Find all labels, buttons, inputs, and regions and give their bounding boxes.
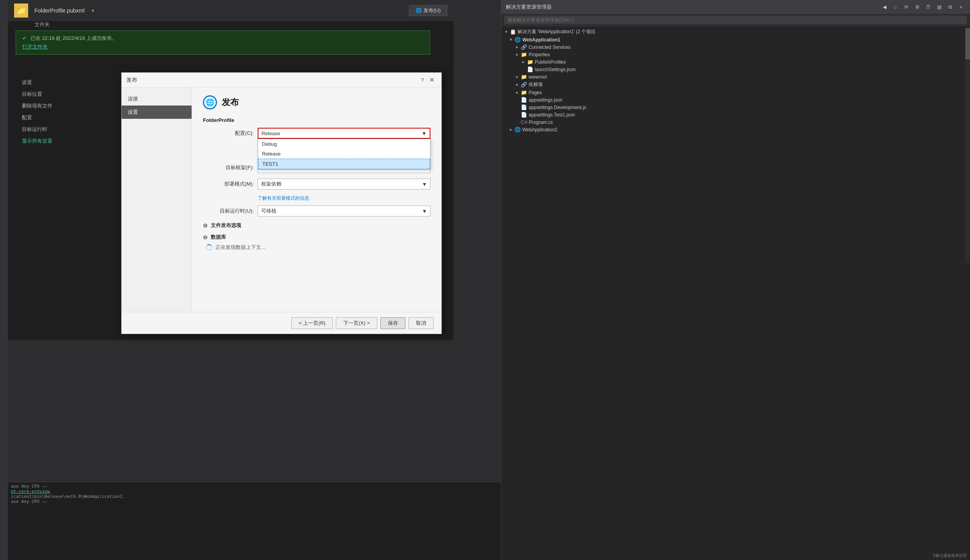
pages-label: Pages	[529, 90, 542, 95]
se-search-input[interactable]	[504, 16, 967, 24]
tree-webapp1-node[interactable]: ▼ 🌐 WebApplication1	[501, 36, 970, 43]
config-option-test1[interactable]: TEST1	[258, 159, 430, 169]
publishprofiles-icon: 📁	[527, 59, 533, 65]
se-sync-btn[interactable]: ⟳	[902, 3, 911, 11]
tree-programcs[interactable]: C# Program.cs	[501, 118, 970, 126]
target-framework-label: 目标框架(F):	[203, 164, 254, 171]
connected-services-label: Connected Services	[529, 45, 570, 50]
properties-icon: 📁	[521, 52, 527, 57]
appsettings-dev-label: appsettings.Development.js	[529, 105, 586, 110]
config-dropdown-trigger[interactable]: Release ▼	[258, 128, 430, 139]
se-split-btn[interactable]: ⧉	[946, 3, 954, 11]
config-dropdown-arrow: ▼	[421, 131, 427, 136]
dialog-footer: < 上一页(R) 下一页(X) > 保存 取消	[122, 312, 441, 334]
tree-connected-services[interactable]: ► 🔗 Connected Services	[501, 43, 970, 51]
publish-button[interactable]: 🌐 发布(U)	[409, 5, 447, 16]
connected-icon: 🔗	[521, 44, 527, 50]
properties-label: Properties	[529, 52, 550, 57]
learn-deploy-link[interactable]: 了解有关部署模式的信息	[258, 195, 430, 202]
open-folder-link[interactable]: 打开文件夹	[22, 43, 423, 50]
se-scrollbar-thumb[interactable]	[965, 28, 970, 59]
deploy-mode-arrow: ▼	[422, 181, 427, 187]
expand-arrow-pages: ►	[515, 90, 519, 95]
nav-item-target-runtime[interactable]: 目标运行时	[22, 123, 119, 135]
webapp2-icon: 🌐	[515, 127, 521, 132]
target-runtime-value: 可移植	[261, 208, 276, 215]
expand-arrow-properties: ►	[515, 52, 519, 57]
tree-wwwroot[interactable]: ► 📁 wwwroot	[501, 73, 970, 81]
tree-webapp2-node[interactable]: ► 🌐 WebApplication2	[501, 126, 970, 133]
output-line-4: ase Any CPU ——	[11, 499, 498, 504]
tree-publish-profiles[interactable]: ► 📁 PublishProfiles	[501, 58, 970, 66]
dialog-help-button[interactable]: ?	[421, 77, 424, 83]
expand-arrow-wwwroot: ►	[515, 75, 519, 79]
se-titlebar: 解决方案资源管理器 ◀ ⌂ ⟳ ⚙ ⏱ ▤ ⧉ »	[501, 0, 970, 14]
publish-toolbar: 📁 FolderProfile.pubxml ▼ 🌐 发布(U)	[8, 0, 454, 21]
tree-dependencies[interactable]: ► 🔗 依赖项	[501, 81, 970, 89]
appsettings-icon: 📄	[521, 97, 527, 103]
profile-dropdown-arrow[interactable]: ▼	[91, 9, 95, 13]
config-option-release[interactable]: Release	[258, 149, 430, 159]
bottom-output-panel: ase Any CPU —— et-core-preview ication1\…	[8, 482, 501, 560]
se-scrollbar[interactable]	[965, 28, 970, 263]
next-page-button[interactable]: 下一页(X) >	[336, 317, 377, 329]
globe-icon: 🌐	[203, 95, 217, 109]
file-publish-label: 文件发布选项	[211, 222, 241, 229]
solution-explorer: 解决方案资源管理器 ◀ ⌂ ⟳ ⚙ ⏱ ▤ ⧉ » ▼ 📋 解决方案 'WebA…	[501, 0, 970, 560]
file-publish-collapse[interactable]: ⊖ 文件发布选项	[203, 222, 430, 229]
cancel-button[interactable]: 取消	[409, 317, 434, 329]
se-extra-btn[interactable]: »	[957, 3, 965, 11]
dialog-body: 连接 设置 🌐 发布 FolderProfile 配置(C): Release …	[122, 88, 441, 312]
dialog-nav-connect[interactable]: 连接	[122, 92, 192, 106]
solution-label: 解决方案 'WebApplication1' (2 个项目	[518, 29, 595, 35]
loading-text: 正在发现数据上下文...	[215, 244, 265, 251]
file-publish-collapse-icon: ⊖	[203, 222, 208, 229]
se-layout-btn[interactable]: ▤	[935, 3, 943, 11]
deploy-mode-select[interactable]: 框架依赖 ▼	[258, 179, 430, 190]
config-option-debug[interactable]: Debug	[258, 139, 430, 149]
tree-pages[interactable]: ► 📁 Pages	[501, 89, 970, 96]
tree-appsettings-dev[interactable]: 📄 appsettings.Development.js	[501, 104, 970, 111]
expand-arrow-solution: ▼	[504, 30, 508, 34]
tree-solution-node[interactable]: ▼ 📋 解决方案 'WebApplication1' (2 个项目	[501, 28, 970, 36]
webapp1-icon: 🌐	[515, 37, 521, 43]
programcs-icon: C#	[521, 119, 527, 125]
profile-name: FolderProfile.pubxml	[34, 7, 84, 14]
se-home-btn[interactable]: ⌂	[891, 3, 900, 11]
se-settings-btn[interactable]: ⚙	[913, 3, 922, 11]
tree-launchsettings[interactable]: 📄 launchSettings.json	[501, 66, 970, 73]
prev-page-button[interactable]: < 上一页(R)	[291, 317, 333, 329]
dialog-title: 发布	[126, 77, 421, 84]
output-line-2[interactable]: et-core-preview	[11, 489, 498, 494]
nav-item-show-all[interactable]: 显示所有设置	[22, 135, 119, 147]
database-collapse[interactable]: ⊖ 数据库	[203, 234, 430, 241]
dialog-close-button[interactable]: ✕	[427, 75, 437, 84]
appsettings-test1-label: appsettings.Test1.json	[529, 112, 575, 118]
deps-icon: 🔗	[521, 82, 527, 88]
save-button[interactable]: 保存	[380, 317, 405, 329]
dialog-sidebar: 连接 设置	[122, 88, 192, 312]
dialog-header-title: 发布	[222, 97, 239, 108]
dialog-nav-settings[interactable]: 设置	[122, 106, 192, 119]
profile-section-label: FolderProfile	[203, 117, 430, 123]
nav-item-delete-files[interactable]: 删除现有文件	[22, 100, 119, 112]
expand-arrow-webapp2: ►	[509, 127, 513, 132]
dialog-section-header: 🌐 发布	[203, 95, 430, 109]
se-search-bar	[501, 14, 970, 26]
se-filter-btn[interactable]: ⏱	[924, 3, 932, 11]
left-nav: 设置 目标位置 删除现有文件 配置 目标运行时 显示所有设置	[16, 70, 125, 153]
se-back-btn[interactable]: ◀	[880, 3, 889, 11]
solution-icon: 📋	[510, 29, 516, 35]
pages-icon: 📁	[521, 89, 527, 95]
tree-appsettings-test1[interactable]: 📄 appsettings.Test1.json	[501, 111, 970, 118]
nav-item-settings[interactable]: 设置	[22, 77, 119, 88]
target-runtime-select[interactable]: 可移植 ▼	[258, 206, 430, 216]
nav-item-config[interactable]: 配置	[22, 112, 119, 123]
nav-item-target-location[interactable]: 目标位置	[22, 88, 119, 100]
expand-arrow-deps: ►	[515, 82, 519, 87]
folder-icon: 📁	[14, 4, 28, 18]
expand-arrow-connected: ►	[515, 45, 519, 49]
tree-properties[interactable]: ► 📁 Properties	[501, 51, 970, 58]
tree-appsettings[interactable]: 📄 appsettings.json	[501, 96, 970, 104]
config-selected-value: Release	[262, 131, 280, 136]
